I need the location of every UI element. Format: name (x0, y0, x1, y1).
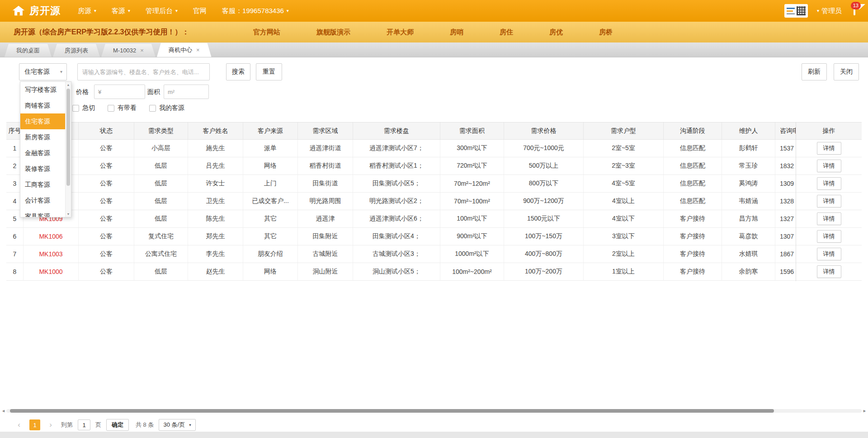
brand[interactable]: 房开源 (12, 4, 61, 18)
table-cell: 客户接待 (664, 245, 722, 263)
mail-badge: 13 (851, 2, 861, 9)
nav-menu-item[interactable]: 客服：19965783436 (222, 7, 289, 15)
currency-unit: ¥ (98, 89, 101, 95)
filter-checkbox[interactable]: 急切 (72, 104, 95, 112)
category-dropdown: 写字楼客源商铺客源住宅客源新房客源金融客源装修客源工商客源会计客源家具客源 (20, 81, 71, 217)
column-header: 需求面积 (440, 122, 504, 139)
table-cell: 500万以上 (504, 157, 584, 174)
detail-button[interactable]: 详情 (817, 195, 841, 207)
table-cell: 田集附近 (298, 228, 353, 245)
filter-checkbox[interactable]: 有带看 (108, 104, 137, 112)
goto-page-input[interactable] (78, 419, 90, 430)
price-label: 价格 (76, 88, 89, 96)
nav-menu-item[interactable]: 房源 (78, 7, 96, 15)
scroll-up-icon[interactable] (66, 82, 71, 88)
dropdown-option[interactable]: 写字楼客源 (20, 82, 65, 98)
tab-item[interactable]: 房源列表 (53, 44, 100, 57)
dropdown-option[interactable]: 装修客源 (20, 161, 65, 177)
table-cell: 公客 (79, 210, 134, 227)
table-cell: 水婧琪 (722, 245, 775, 263)
price-input[interactable] (104, 89, 141, 95)
dropdown-option[interactable]: 住宅客源 (20, 113, 65, 129)
close-button[interactable]: 关闭 (834, 63, 859, 80)
detail-button[interactable]: 详情 (817, 265, 841, 278)
detail-button[interactable]: 详情 (817, 160, 841, 172)
detail-button[interactable]: 详情 (817, 230, 841, 243)
announcement-link[interactable]: 旗舰版演示 (316, 28, 350, 37)
horizontal-scrollbar[interactable] (0, 408, 868, 414)
next-page-button[interactable]: › (45, 419, 56, 430)
announcement-link[interactable]: 开单大师 (387, 28, 414, 37)
customer-code-link[interactable]: MK1000 (24, 263, 79, 280)
dropdown-option[interactable]: 工商客源 (20, 177, 65, 193)
announcement-link[interactable]: 房桥 (599, 28, 613, 37)
nav-menu-item[interactable]: 管理后台 (146, 7, 178, 15)
table-cell: 田集测试小区4； (353, 228, 440, 245)
table-cell: 公客 (79, 263, 134, 280)
table-cell: 公客 (79, 245, 134, 263)
customer-code-link[interactable]: MK1003 (24, 245, 79, 263)
tab-item[interactable]: 我的桌面 (5, 44, 52, 57)
close-icon[interactable] (140, 47, 144, 53)
table-cell: 低层 (134, 175, 188, 192)
nav-menu: 房源客源管理后台官网客服：19965783436 (78, 7, 289, 15)
app-logo-icon (12, 4, 25, 18)
detail-button[interactable]: 详情 (817, 177, 841, 190)
announcement-link[interactable]: 房哨 (450, 28, 463, 37)
table-cell: 逍遥津街道 (298, 140, 353, 157)
area-input[interactable] (177, 89, 205, 95)
mail-button[interactable]: 13 (854, 7, 855, 15)
table-cell: 信息匹配 (664, 157, 722, 174)
refresh-button[interactable]: 刷新 (802, 63, 827, 80)
dropdown-option[interactable]: 新房客源 (20, 129, 65, 145)
filter-checkbox[interactable]: 我的客源 (149, 104, 184, 112)
nav-menu-item[interactable]: 官网 (193, 7, 207, 15)
table-cell: 小高层 (134, 140, 188, 157)
column-header: 需求户型 (584, 122, 664, 139)
page-size-select[interactable]: 30 条/页 (159, 419, 195, 431)
table-cell: 其它 (243, 228, 298, 245)
dropdown-option[interactable]: 会计客源 (20, 193, 65, 208)
search-button[interactable]: 搜索 (226, 63, 250, 80)
tab-item[interactable]: M-10032 (101, 44, 156, 57)
tab-label: M-10032 (113, 47, 136, 54)
current-page-button[interactable]: 1 (29, 419, 40, 430)
scrollbar-thumb[interactable] (66, 89, 70, 186)
table-cell: 赵先生 (188, 263, 243, 280)
nav-menu-item[interactable]: 客源 (112, 7, 130, 15)
search-input[interactable] (77, 63, 210, 80)
detail-button[interactable]: 详情 (817, 142, 841, 155)
op-cell: 详情 (796, 210, 862, 228)
scrollbar-thumb[interactable] (10, 409, 774, 413)
caret-down-icon (287, 9, 289, 13)
area-field: m² (164, 85, 209, 99)
category-select[interactable]: 住宅客源 (19, 63, 67, 80)
dropdown-option[interactable]: 金融客源 (20, 145, 65, 161)
qr-badge[interactable] (784, 4, 808, 18)
reset-button[interactable]: 重置 (256, 63, 282, 80)
checkbox-unchecked-icon[interactable] (108, 105, 114, 112)
table-scroll-area: 序号状态需求类型客户姓名客户来源需求区域需求楼盘需求面积需求价格需求户型沟通阶段… (6, 122, 854, 281)
dropdown-option[interactable]: 家具客源 (20, 208, 65, 217)
scroll-right-icon[interactable] (863, 409, 867, 413)
tab-item[interactable]: 商机中心 (157, 43, 212, 57)
announcement-link[interactable]: 官方网站 (253, 28, 280, 37)
table-cell: 稻香村街道 (298, 157, 353, 174)
dropdown-option[interactable]: 商铺客源 (20, 98, 65, 113)
admin-menu[interactable]: 管理员 (817, 7, 842, 15)
detail-button[interactable]: 详情 (817, 248, 841, 260)
customer-code-link[interactable]: MK1006 (24, 228, 79, 245)
checkbox-unchecked-icon[interactable] (149, 105, 156, 112)
close-icon[interactable] (196, 47, 200, 53)
announcement-link[interactable]: 房住 (500, 28, 513, 37)
nav-item-label: 客源 (112, 7, 125, 15)
tab-bar: 我的桌面房源列表M-10032商机中心 (0, 42, 868, 57)
announcement-link[interactable]: 房优 (549, 28, 563, 37)
prev-page-button[interactable]: ‹ (14, 419, 24, 430)
detail-button[interactable]: 详情 (817, 212, 841, 225)
confirm-button[interactable]: 确定 (106, 419, 129, 431)
dropdown-scrollbar[interactable] (65, 82, 71, 217)
scroll-left-icon[interactable] (1, 409, 5, 413)
checkbox-unchecked-icon[interactable] (72, 105, 79, 112)
scroll-down-icon[interactable] (66, 211, 71, 217)
